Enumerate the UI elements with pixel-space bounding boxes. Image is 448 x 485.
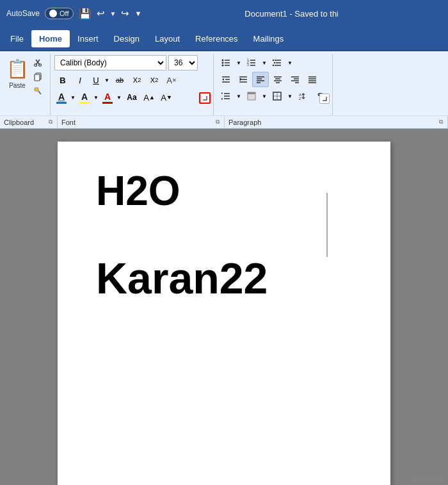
font-dialog-launcher[interactable] [199,92,211,104]
numbered-list-button[interactable]: 1.2.3. [243,55,260,70]
format-painter-button[interactable] [31,85,45,97]
ribbon-content: 📋 Paste [0,54,448,115]
font-row-1: Calibri (Body) 36 891011 12141618 202428… [54,55,209,70]
numbered-list-dropdown[interactable]: ▼ [260,55,268,70]
font-row-3: A ▼ A ▼ A ▼ Aa A▲ A▼ [54,90,209,105]
clear-format-button[interactable]: A✕ [163,72,180,88]
text-h2o-container: H2O [96,167,180,215]
bold-button[interactable]: B [54,72,71,88]
clipboard-group: 📋 Paste [3,54,51,115]
customize-icon[interactable]: ▼ [134,10,141,17]
undo-icon[interactable]: ↩ [97,8,105,19]
document-text-karan22: Karan22 [96,253,268,303]
svg-point-22 [274,62,275,63]
bullet-list-dropdown[interactable]: ▼ [235,55,243,70]
clipboard-label: Clipboard [4,119,34,126]
menu-references[interactable]: References [188,30,245,47]
svg-point-24 [273,65,274,66]
ribbon-labels: Clipboard ⧉ Font ⧉ Paragraph ⧉ [0,115,448,128]
text-color-dropdown[interactable]: ▼ [115,90,123,105]
font-color-button[interactable]: A [54,90,68,105]
autosave-label: AutoSave [6,9,40,18]
paste-button[interactable]: 📋 Paste [5,55,29,89]
align-left-button[interactable] [252,72,269,87]
decrease-indent-button[interactable] [218,72,234,87]
bullet-list-button[interactable] [218,55,234,70]
font-size-select[interactable]: 36 891011 12141618 20242832 364872 [168,55,198,70]
clipboard-expander[interactable]: ⧉ [48,118,53,126]
font-label: Font [61,119,76,126]
autosave-toggle[interactable]: Off [45,8,73,19]
text-color-button[interactable]: A [100,90,115,105]
shading-dropdown[interactable]: ▼ [260,88,268,104]
paragraph-group: ▼ 1.2.3. ▼ ▼ [214,54,333,115]
copy-button[interactable] [31,70,45,83]
paragraph-dialog-launcher[interactable] [319,94,330,104]
svg-rect-6 [35,88,38,91]
menu-layout[interactable]: Layout [147,30,188,47]
sort-button[interactable]: AZ [294,88,311,104]
highlight-button[interactable]: A [77,90,92,105]
justify-button[interactable] [304,72,321,87]
subscript-button[interactable]: X2 [129,72,145,88]
svg-point-2 [35,64,37,67]
clipboard-label-cell: Clipboard ⧉ [0,116,58,128]
menu-mailings[interactable]: Mailings [246,30,292,47]
svg-point-9 [222,62,224,64]
underline-group: U ▼ [89,72,111,88]
toggle-state-label: Off [60,10,68,17]
document-page: H2O Karan22 [58,142,390,485]
change-case-button[interactable]: Aa [124,90,140,105]
align-right-button[interactable] [287,72,303,87]
shrink-font-button[interactable]: A▼ [158,90,175,105]
svg-rect-5 [35,74,40,81]
italic-button[interactable]: I [72,72,88,88]
font-row-2: B I U ▼ ab X2 X2 A✕ [54,72,209,88]
paragraph-expander[interactable]: ⧉ [438,118,444,126]
save-icon[interactable]: 💾 [79,8,92,20]
para-row-1: ▼ 1.2.3. ▼ ▼ [218,55,328,70]
paragraph-label-cell: Paragraph ⧉ [225,116,448,128]
multilevel-dropdown[interactable]: ▼ [286,55,294,70]
title-bar: AutoSave Off 💾 ↩ ▼ ↪ ▼ Document1 - Saved… [0,0,448,27]
multilevel-list-button[interactable] [269,55,285,70]
font-label-cell: Font ⧉ [58,116,225,128]
line-spacing-button[interactable] [218,88,234,104]
svg-point-10 [222,65,224,67]
borders-button[interactable] [269,88,285,104]
document-text-h2o: H2O [96,167,180,215]
menu-home[interactable]: Home [31,30,70,47]
document-title: Document1 - Saved to thi [244,9,339,19]
document-area: H2O Karan22 [0,129,448,485]
menu-bar: File Home Insert Design Layout Reference… [0,27,448,51]
font-expander[interactable]: ⧉ [215,118,220,126]
strikethrough-button[interactable]: ab [111,72,128,88]
menu-design[interactable]: Design [106,30,147,47]
underline-dropdown[interactable]: ▼ [103,72,111,88]
underline-button[interactable]: U [89,72,103,88]
line-spacing-dropdown[interactable]: ▼ [235,88,243,104]
increase-indent-button[interactable] [235,72,252,87]
font-color-dropdown[interactable]: ▼ [69,90,77,105]
cut-button[interactable] [31,56,45,69]
borders-dropdown[interactable]: ▼ [286,88,294,104]
title-bar-left: AutoSave Off 💾 ↩ ▼ ↪ ▼ [6,8,141,20]
superscript-button[interactable]: X2 [146,72,163,88]
redo-icon[interactable]: ↪ [121,8,129,19]
undo-dropdown-icon[interactable]: ▼ [110,10,116,17]
svg-point-3 [39,64,42,67]
highlight-dropdown[interactable]: ▼ [92,90,100,105]
svg-text:3.: 3. [247,63,250,67]
paragraph-label: Paragraph [228,119,261,126]
menu-insert[interactable]: Insert [70,30,106,47]
align-center-button[interactable] [269,72,286,87]
ribbon: 📋 Paste [0,51,448,129]
grow-font-button[interactable]: A▲ [141,90,157,105]
shading-button[interactable] [243,88,260,104]
font-name-select[interactable]: Calibri (Body) [54,55,166,70]
paste-label: Paste [9,82,26,89]
clipboard-small-buttons [31,56,45,97]
menu-file[interactable]: File [3,30,31,47]
para-row-3: ▼ ▼ ▼ AZ ¶ [218,88,328,104]
toggle-dot [49,10,57,17]
